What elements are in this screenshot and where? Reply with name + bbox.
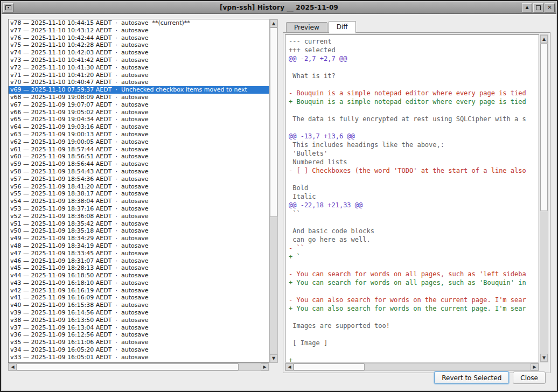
list-item[interactable]: v76 — 2025-11-10 10:42:44 AEDT · autosav… bbox=[9, 34, 269, 42]
list-item[interactable]: v57 — 2025-11-09 18:54:36 AEDT · autosav… bbox=[9, 176, 269, 183]
list-item[interactable]: v70 — 2025-11-10 10:40:47 AEDT · autosav… bbox=[9, 79, 269, 86]
history-list[interactable]: v78 — 2025-11-10 10:44:15 AEDT · autosav… bbox=[8, 19, 269, 363]
list-item[interactable]: v51 — 2025-11-09 18:35:42 AEDT · autosav… bbox=[9, 220, 269, 228]
list-item[interactable]: v42 — 2025-11-09 16:16:19 AEDT · autosav… bbox=[9, 287, 269, 295]
list-item[interactable]: v63 — 2025-11-09 19:00:13 AEDT · autosav… bbox=[9, 131, 269, 138]
diff-line bbox=[289, 313, 539, 321]
scroll-up-icon[interactable]: ▲ bbox=[270, 19, 277, 27]
list-item[interactable]: v48 — 2025-11-09 18:34:19 AEDT · autosav… bbox=[9, 242, 269, 250]
diff-horizontal-scrollbar[interactable]: ◀ ▶ bbox=[285, 363, 539, 371]
diff-line: + You can search for words on all pages,… bbox=[289, 278, 539, 287]
list-item[interactable]: v39 — 2025-11-09 16:14:56 AEDT · autosav… bbox=[9, 309, 269, 317]
list-item[interactable]: v77 — 2025-11-10 10:43:12 AEDT · autosav… bbox=[9, 27, 269, 34]
diff-line: can go here as well. bbox=[289, 235, 539, 244]
list-item[interactable]: v68 — 2025-11-09 19:08:09 AEDT · autosav… bbox=[9, 94, 269, 101]
diff-vscroll-thumb[interactable] bbox=[540, 43, 548, 211]
diff-line: @@ -2,7 +2,7 @@ bbox=[289, 54, 539, 63]
history-hscroll-trough[interactable] bbox=[17, 363, 261, 370]
tab-preview[interactable]: Preview bbox=[286, 22, 327, 33]
diff-vertical-scrollbar[interactable]: ▲ ▼ bbox=[540, 34, 548, 362]
list-item[interactable]: v66 — 2025-11-09 19:05:02 AEDT · autosav… bbox=[9, 109, 269, 116]
maximize-button[interactable] bbox=[533, 3, 543, 12]
list-item[interactable]: v50 — 2025-11-09 18:35:18 AEDT · autosav… bbox=[9, 227, 269, 235]
diff-line: --- current bbox=[289, 37, 539, 46]
scroll-down-icon[interactable]: ▼ bbox=[540, 354, 548, 362]
diff-line bbox=[289, 63, 539, 72]
list-item[interactable]: v78 — 2025-11-10 10:44:15 AEDT · autosav… bbox=[9, 19, 269, 27]
list-item[interactable]: v45 — 2025-11-09 18:28:13 AEDT · autosav… bbox=[9, 264, 269, 272]
list-item[interactable]: v74 — 2025-11-10 10:42:03 AEDT · autosav… bbox=[9, 49, 269, 57]
list-item[interactable]: v64 — 2025-11-09 19:03:16 AEDT · autosav… bbox=[9, 123, 269, 131]
diff-line: The data is fully encrypted at rest usin… bbox=[289, 115, 539, 123]
scroll-left-icon[interactable]: ◀ bbox=[9, 363, 17, 370]
diff-line: @@ -13,7 +13,6 @@ bbox=[289, 132, 539, 141]
diff-panel: --- current+++ selected@@ -2,7 +2,7 @@ W… bbox=[283, 32, 550, 373]
list-item[interactable]: v60 — 2025-11-09 18:56:51 AEDT · autosav… bbox=[9, 153, 269, 160]
list-item[interactable]: v58 — 2025-11-09 18:54:43 AEDT · autosav… bbox=[9, 168, 269, 176]
diff-line: - Bouquin is a simple notepad editor whe… bbox=[289, 89, 539, 97]
list-item[interactable]: v56 — 2025-11-09 18:41:20 AEDT · autosav… bbox=[9, 183, 269, 191]
list-item[interactable]: v46 — 2025-11-09 18:31:07 AEDT · autosav… bbox=[9, 257, 269, 265]
diff-line: +++ selected bbox=[289, 46, 539, 54]
list-item[interactable]: v55 — 2025-11-09 18:38:17 AEDT · autosav… bbox=[9, 190, 269, 198]
list-item[interactable]: v52 — 2025-11-09 18:36:08 AEDT · autosav… bbox=[9, 213, 269, 220]
preview-diff-notebook: Preview Diff --- current+++ selected@@ -… bbox=[283, 20, 550, 373]
tab-bar: Preview Diff bbox=[283, 20, 550, 33]
tab-diff[interactable]: Diff bbox=[329, 21, 356, 33]
scroll-right-icon[interactable]: ▶ bbox=[261, 363, 269, 370]
history-hscroll-thumb[interactable] bbox=[17, 363, 239, 370]
window-menu-button[interactable]: ▾ bbox=[3, 3, 13, 12]
diff-line bbox=[289, 347, 539, 356]
diff-line: + bbox=[289, 356, 539, 362]
list-item[interactable]: v38 — 2025-11-09 16:13:50 AEDT · autosav… bbox=[9, 317, 269, 324]
window-title: [vpn-ssh] History __ 2025-11-09 bbox=[2, 4, 556, 11]
history-vscroll-thumb[interactable] bbox=[270, 27, 277, 217]
list-item[interactable]: v44 — 2025-11-09 16:18:50 AEDT · autosav… bbox=[9, 272, 269, 279]
diff-hscroll-trough[interactable] bbox=[294, 363, 531, 370]
history-vertical-scrollbar[interactable]: ▲ ▼ bbox=[269, 19, 278, 363]
scroll-down-icon[interactable]: ▼ bbox=[270, 354, 277, 362]
list-item[interactable]: v62 — 2025-11-09 19:00:05 AEDT · autosav… bbox=[9, 138, 269, 146]
list-item[interactable]: v61 — 2025-11-09 18:57:44 AEDT · autosav… bbox=[9, 146, 269, 153]
list-item[interactable]: v43 — 2025-11-09 16:18:10 AEDT · autosav… bbox=[9, 279, 269, 287]
diff-line bbox=[289, 123, 539, 132]
history-horizontal-scrollbar[interactable]: ◀ ▶ bbox=[8, 363, 269, 371]
list-item[interactable]: v71 — 2025-11-10 10:41:20 AEDT · autosav… bbox=[9, 72, 269, 79]
diff-hscroll-thumb[interactable] bbox=[294, 363, 365, 370]
list-item[interactable]: v72 — 2025-11-10 10:41:30 AEDT · autosav… bbox=[9, 64, 269, 72]
list-item[interactable]: v33 — 2025-11-09 16:05:01 AEDT · autosav… bbox=[9, 354, 269, 361]
diff-line: + ` bbox=[289, 253, 539, 261]
history-vscroll-trough[interactable] bbox=[270, 27, 277, 354]
revert-to-selected-button[interactable]: Revert to Selected bbox=[434, 372, 509, 384]
diff-line: - `` bbox=[289, 244, 539, 253]
list-item[interactable]: v69 — 2025-11-10 07:59:37 AEDT · Uncheck… bbox=[9, 86, 269, 94]
diff-vscroll-trough[interactable] bbox=[540, 43, 548, 354]
list-item[interactable]: v47 — 2025-11-09 18:33:45 AEDT · autosav… bbox=[9, 250, 269, 257]
close-button[interactable]: Close bbox=[513, 372, 546, 384]
list-item[interactable]: v41 — 2025-11-09 16:16:09 AEDT · autosav… bbox=[9, 294, 269, 302]
scroll-right-icon[interactable]: ▶ bbox=[531, 363, 539, 370]
list-item[interactable]: v67 — 2025-11-09 19:07:07 AEDT · autosav… bbox=[9, 101, 269, 109]
diff-line: 'Bullets' bbox=[289, 149, 539, 158]
list-item[interactable]: v75 — 2025-11-10 10:42:28 AEDT · autosav… bbox=[9, 41, 269, 49]
list-item[interactable]: v35 — 2025-11-09 16:11:06 AEDT · autosav… bbox=[9, 339, 269, 346]
close-window-button[interactable]: ✕ bbox=[545, 3, 555, 12]
scroll-left-icon[interactable]: ◀ bbox=[285, 363, 294, 370]
list-item[interactable]: v59 — 2025-11-09 18:56:44 AEDT · autosav… bbox=[9, 160, 269, 168]
list-item[interactable]: v73 — 2025-11-10 10:41:42 AEDT · autosav… bbox=[9, 57, 269, 64]
minimize-button[interactable]: ▲ bbox=[522, 3, 532, 12]
list-item[interactable]: v53 — 2025-11-09 18:37:16 AEDT · autosav… bbox=[9, 205, 269, 213]
list-item[interactable]: v40 — 2025-11-09 16:15:38 AEDT · autosav… bbox=[9, 302, 269, 309]
list-item[interactable]: v37 — 2025-11-09 16:13:04 AEDT · autosav… bbox=[9, 324, 269, 332]
list-item[interactable]: v49 — 2025-11-09 18:34:29 AEDT · autosav… bbox=[9, 235, 269, 242]
diff-text-area[interactable]: --- current+++ selected@@ -2,7 +2,7 @@ W… bbox=[285, 34, 539, 362]
list-item[interactable]: v54 — 2025-11-09 18:38:04 AEDT · autosav… bbox=[9, 198, 269, 205]
diff-line: @@ -22,18 +21,33 @@ bbox=[289, 201, 539, 209]
scroll-up-icon[interactable]: ▲ bbox=[540, 35, 548, 43]
diff-line: + Bouquin is a simple notepad editor whe… bbox=[289, 97, 539, 106]
list-item[interactable]: v34 — 2025-11-09 16:05:20 AEDT · autosav… bbox=[9, 346, 269, 354]
diff-line: Bold bbox=[289, 184, 539, 192]
list-item[interactable]: v65 — 2025-11-09 19:04:34 AEDT · autosav… bbox=[9, 116, 269, 123]
diff-line: - You can also search for words on the c… bbox=[289, 296, 539, 304]
list-item[interactable]: v36 — 2025-11-09 16:12:56 AEDT · autosav… bbox=[9, 331, 269, 339]
